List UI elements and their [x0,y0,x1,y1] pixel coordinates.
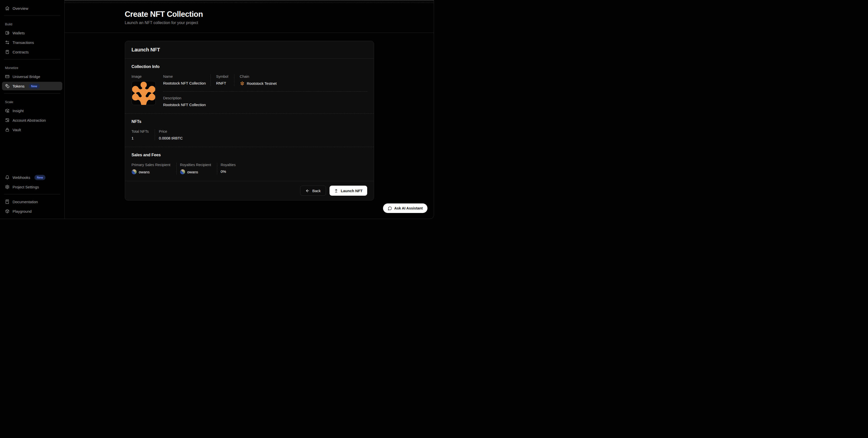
symbol-label: Symbol [216,74,234,78]
rootstock-icon [240,81,245,86]
card-footer: Back Launch NFT [125,181,374,200]
royalties-recipient-value: owans [187,170,198,174]
section-nfts: NFTs Total NFTs 1 Price 0.0008 tRBTC [125,113,374,147]
sidebar: Overview Build Wallets Transactions Cont… [0,0,65,219]
total-nfts-value: 1 [132,136,155,140]
description-label: Description [163,96,367,100]
main-area: Create NFT Collection Launch an NFT coll… [65,0,434,219]
sidebar-item-playground[interactable]: Playground [2,207,62,215]
sidebar-item-label: Playground [12,209,32,213]
sidebar-item-label: Transactions [12,40,34,45]
royalties-label: Royalties [221,163,236,167]
lock-icon [5,128,9,132]
divider [4,15,60,16]
card-title: Launch NFT [132,47,367,53]
content: Launch NFT Collection Info Image [65,33,434,200]
sidebar-item-label: Webhooks [12,175,30,180]
nav-group-monetize: Monetize [0,62,64,72]
chain-value: Rootstock Testnet [247,81,277,86]
sidebar-item-label: Insight [12,109,24,113]
royalties-value: 0% [221,169,236,174]
price-value: 0.0008 tRBTC [159,136,183,140]
sidebar-item-insight[interactable]: Insight [2,106,62,115]
wallet-icon [5,31,9,35]
upload-icon [334,189,338,193]
ask-ai-assistant-button[interactable]: Ask AI Assistant [383,203,428,213]
book-icon [5,199,9,204]
symbol-value: RNFT [216,81,234,85]
new-badge: New [29,83,40,89]
section-heading: Sales and Fees [132,153,367,157]
coins-icon [5,84,9,88]
nav-group-scale: Scale [0,96,64,106]
sidebar-item-documentation[interactable]: Documentation [2,197,62,206]
package-search-icon [5,108,9,113]
royalties-recipient-label: Royalties Recipient [180,163,217,167]
primary-sales-recipient-value: owans [139,170,150,174]
nft-collection-image [132,81,156,105]
account-abstraction-icon [5,118,9,123]
sidebar-item-label: Contracts [12,50,29,54]
image-label: Image [132,74,157,78]
page-header: Create NFT Collection Launch an NFT coll… [65,3,434,33]
sidebar-item-label: Vault [12,128,21,132]
launch-nft-card: Launch NFT Collection Info Image [125,41,374,200]
arrow-left-icon [305,189,310,193]
home-icon [5,6,9,10]
total-nfts-label: Total NFTs [132,129,155,133]
chat-bubble-icon [388,206,392,210]
launch-nft-button[interactable]: Launch NFT [330,186,367,196]
nav-group-build: Build [0,18,64,28]
recipient-avatar [180,169,185,174]
section-sales-fees: Sales and Fees Primary Sales Recipient o… [125,147,374,181]
sidebar-item-label: Universal Bridge [12,74,40,79]
credit-card-icon [5,74,9,79]
sidebar-item-label: Overview [12,6,28,10]
price-label: Price [159,129,183,133]
description-value: Rootstock NFT Collection [163,103,367,107]
sidebar-item-universal-bridge[interactable]: Universal Bridge [2,72,62,81]
section-collection-info: Collection Info Image [125,59,374,113]
page-title: Create NFT Collection [125,10,374,19]
sidebar-item-label: Tokens [12,84,25,88]
top-strip [0,0,434,1]
section-heading: NFTs [132,119,367,124]
sidebar-item-account-abstraction[interactable]: Account Abstraction [2,116,62,125]
sidebar-item-label: Project Settings [12,185,39,189]
sidebar-item-label: Wallets [12,31,25,35]
sidebar-item-tokens[interactable]: Tokens New [2,82,62,90]
transactions-icon [5,40,9,45]
sidebar-item-wallets[interactable]: Wallets [2,29,62,37]
sidebar-item-transactions[interactable]: Transactions [2,38,62,47]
collection-name-value: Rootstock NFT Collection [163,81,211,85]
gear-icon [5,184,9,189]
sidebar-item-label: Account Abstraction [12,118,46,123]
name-label: Name [163,74,211,78]
section-heading: Collection Info [132,64,367,69]
sidebar-item-overview[interactable]: Overview [2,4,62,12]
recipient-avatar [132,169,136,174]
sidebar-item-webhooks[interactable]: Webhooks New [2,173,62,181]
chain-label: Chain [240,74,367,78]
cube-icon [5,209,9,213]
sidebar-item-contracts[interactable]: Contracts [2,48,62,56]
bell-icon [5,175,9,180]
back-button[interactable]: Back [300,186,326,196]
sidebar-item-vault[interactable]: Vault [2,126,62,134]
divider [4,93,60,94]
card-header: Launch NFT [125,41,374,59]
primary-sales-recipient-label: Primary Sales Recipient [132,163,176,167]
contract-icon [5,50,9,54]
sidebar-item-project-settings[interactable]: Project Settings [2,182,62,191]
sidebar-item-label: Documentation [12,200,38,204]
divider [4,59,60,60]
new-badge: New [34,175,46,180]
page-subtitle: Launch an NFT collection for your projec… [125,21,374,25]
